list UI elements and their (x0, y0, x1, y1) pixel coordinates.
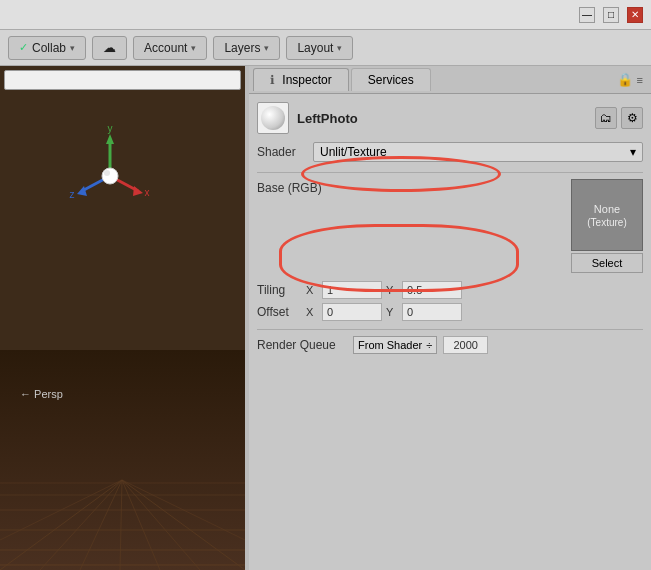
texture-selector[interactable]: None (Texture) (571, 179, 643, 251)
collab-checkmark-icon: ✓ (19, 41, 28, 54)
render-queue-dropdown[interactable]: From Shader ÷ (353, 336, 437, 354)
maximize-button[interactable]: □ (603, 7, 619, 23)
render-queue-row: Render Queue From Shader ÷ (257, 336, 643, 354)
offset-y-label: Y (386, 306, 398, 318)
panel-tabs: ℹ Inspector Services 🔒 ≡ (249, 66, 651, 94)
layers-dropdown-arrow-icon: ▾ (264, 43, 269, 53)
account-dropdown-arrow-icon: ▾ (191, 43, 196, 53)
base-section: Base (RGB) None (Texture) Select (257, 179, 643, 273)
render-queue-from-label: From Shader (358, 339, 422, 351)
offset-xy-group: X Y (306, 303, 643, 321)
object-settings-button[interactable]: ⚙ (621, 107, 643, 129)
panel-header-right: 🔒 ≡ (617, 72, 647, 87)
divider-2 (257, 329, 643, 330)
tiling-x-input[interactable] (322, 281, 382, 299)
lock-icon[interactable]: 🔒 (617, 72, 633, 87)
scene-view: y x z ← Persp (0, 66, 245, 570)
tiling-label: Tiling (257, 283, 302, 297)
shader-dropdown[interactable]: Unlit/Texture ▾ (313, 142, 643, 162)
minimize-button[interactable]: — (579, 7, 595, 23)
base-label: Base (RGB) (257, 179, 337, 195)
toolbar: ✓ Collab ▾ ☁ Account ▾ Layers ▾ Layout ▾ (0, 30, 651, 66)
offset-x-label: X (306, 306, 318, 318)
svg-point-25 (102, 168, 118, 184)
cloud-button[interactable]: ☁ (92, 36, 127, 60)
shader-label: Shader (257, 145, 307, 159)
svg-text:y: y (108, 126, 113, 134)
svg-rect-0 (0, 350, 245, 570)
inspector-panel: ℹ Inspector Services 🔒 ≡ LeftPhoto 🗂 (249, 66, 651, 570)
account-button[interactable]: Account ▾ (133, 36, 207, 60)
scene-gizmo: y x z (60, 126, 160, 226)
title-bar: — □ ✕ (0, 0, 651, 30)
tiling-x-label: X (306, 284, 318, 296)
object-header: LeftPhoto 🗂 ⚙ (257, 102, 643, 134)
object-icon-btn-1[interactable]: 🗂 (595, 107, 617, 129)
collab-label: Collab (32, 41, 66, 55)
offset-label: Offset (257, 305, 302, 319)
close-button[interactable]: ✕ (627, 7, 643, 23)
svg-marker-17 (106, 134, 114, 144)
scene-search-input[interactable] (5, 71, 240, 89)
tiling-y-label: Y (386, 284, 398, 296)
tab-services[interactable]: Services (351, 68, 431, 91)
object-header-icons: 🗂 ⚙ (595, 107, 643, 129)
texture-none-label: None (594, 203, 620, 215)
account-label: Account (144, 41, 187, 55)
svg-text:z: z (70, 189, 75, 200)
layers-label: Layers (224, 41, 260, 55)
tiling-xy-group: X Y (306, 281, 643, 299)
divider-1 (257, 172, 643, 173)
svg-marker-20 (133, 186, 143, 196)
window-controls: — □ ✕ (579, 7, 643, 23)
inspector-content: LeftPhoto 🗂 ⚙ Shader Unlit/Texture ▾ Bas (249, 94, 651, 362)
tiling-y-input[interactable] (402, 281, 462, 299)
scene-search-bar[interactable] (4, 70, 241, 90)
tiling-offset-section: Tiling X Y Offset X Y (257, 281, 643, 321)
scene-grid (0, 350, 245, 570)
layout-label: Layout (297, 41, 333, 55)
offset-y-input[interactable] (402, 303, 462, 321)
panel-menu-button[interactable]: ≡ (637, 74, 643, 86)
offset-row: Offset X Y (257, 303, 643, 321)
layout-dropdown-arrow-icon: ▾ (337, 43, 342, 53)
collab-button[interactable]: ✓ Collab ▾ (8, 36, 86, 60)
persp-label: ← Persp (20, 388, 63, 400)
shader-row: Shader Unlit/Texture ▾ (257, 142, 643, 162)
select-button[interactable]: Select (571, 253, 643, 273)
svg-point-26 (104, 170, 110, 176)
cloud-icon: ☁ (103, 40, 116, 55)
offset-x-input[interactable] (322, 303, 382, 321)
collab-dropdown-arrow-icon: ▾ (70, 43, 75, 53)
tab-inspector[interactable]: ℹ Inspector (253, 68, 349, 91)
object-thumbnail (257, 102, 289, 134)
object-name: LeftPhoto (297, 111, 587, 126)
tiling-row: Tiling X Y (257, 281, 643, 299)
tab-inspector-label: Inspector (282, 73, 331, 87)
render-queue-sep-icon: ÷ (426, 339, 432, 351)
layers-button[interactable]: Layers ▾ (213, 36, 280, 60)
svg-text:x: x (145, 187, 150, 198)
main-layout: y x z ← Persp ℹ In (0, 66, 651, 570)
shader-value: Unlit/Texture (320, 145, 387, 159)
render-queue-number-input[interactable] (443, 336, 488, 354)
shader-dropdown-arrow-icon: ▾ (630, 145, 636, 159)
thumbnail-sphere (261, 106, 285, 130)
layout-button[interactable]: Layout ▾ (286, 36, 353, 60)
render-queue-label: Render Queue (257, 338, 347, 352)
tab-services-label: Services (368, 73, 414, 87)
texture-type-label: (Texture) (587, 217, 626, 228)
inspector-icon: ℹ (270, 73, 275, 87)
